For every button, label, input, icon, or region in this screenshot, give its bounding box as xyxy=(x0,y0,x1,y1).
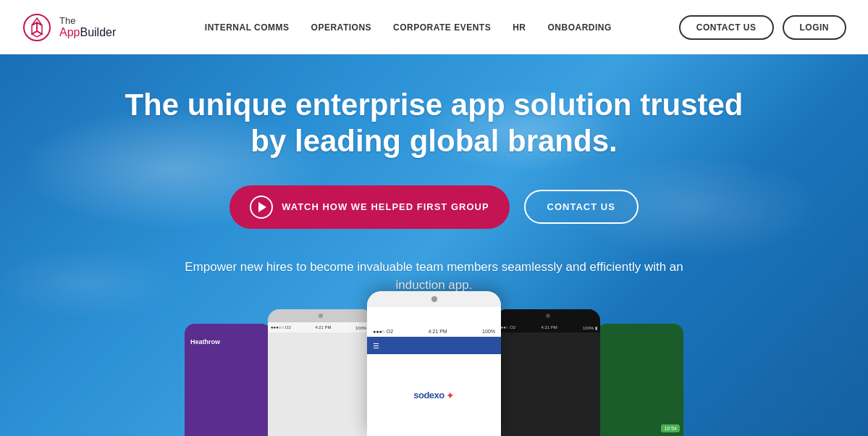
hero-subtitle: Empower new hires to become invaluable t… xyxy=(181,258,688,295)
time-text: 4:21 PM xyxy=(429,329,447,334)
hamburger-icon: ☰ xyxy=(367,342,379,350)
phone-right: ●●●○ O24:21 PM100% ▮ xyxy=(495,309,600,436)
phone-left-statusbar: ●●●○○ O24:21 PM100% ▮ xyxy=(268,322,373,332)
center-content: sodexo ✦ xyxy=(413,354,455,436)
hero-section: The unique enterprise app solution trust… xyxy=(0,54,868,436)
nav-operations[interactable]: OPERATIONS xyxy=(311,22,371,33)
logo-the: The xyxy=(59,16,116,26)
site-header: The AppBuilder INTERNAL COMMS OPERATIONS… xyxy=(0,0,868,54)
hero-title: The unique enterprise app solution trust… xyxy=(109,87,760,160)
phone-right-notch xyxy=(495,309,600,322)
camera-icon xyxy=(431,296,437,302)
phone-far-right-screen: 16:54 xyxy=(597,324,683,436)
phone-far-right: 16:54 xyxy=(597,324,683,436)
phone-center: ●●●○ O2 4:21 PM 100% ☰ sodexo ✦ xyxy=(367,291,501,436)
login-button[interactable]: LOGIN xyxy=(783,15,847,40)
sodexo-logo: sodexo xyxy=(413,390,444,401)
phone-left: ●●●○○ O24:21 PM100% ▮ xyxy=(268,309,373,436)
phone-center-notch xyxy=(367,291,501,307)
nav-corporate-events[interactable]: CORPORATE EVENTS xyxy=(393,22,491,33)
contact-nav-button[interactable]: CONTACT US xyxy=(679,15,774,40)
hero-buttons: WATCH HOW WE HELPED FIRST GROUP CONTACT … xyxy=(229,185,639,229)
phone-center-screen: ●●●○ O2 4:21 PM 100% ☰ sodexo ✦ xyxy=(367,307,501,436)
nav-onboarding[interactable]: ONBOARDING xyxy=(548,22,612,33)
play-triangle xyxy=(258,202,266,212)
phones-area: Heathrow ●●●○○ O24:21 PM100% ▮ xyxy=(109,291,760,436)
contact-hero-button[interactable]: CONTACT US xyxy=(524,190,639,224)
phone-right-screen: ●●●○ O24:21 PM100% ▮ xyxy=(495,309,600,436)
logo[interactable]: The AppBuilder xyxy=(22,12,138,43)
watch-button[interactable]: WATCH HOW WE HELPED FIRST GROUP xyxy=(229,185,509,229)
phone-left-screen: ●●●○○ O24:21 PM100% ▮ xyxy=(268,309,373,436)
center-app-bar: ☰ xyxy=(367,337,501,354)
nav-hr[interactable]: HR xyxy=(513,22,526,33)
camera-dot xyxy=(319,314,323,318)
phone-far-left: Heathrow xyxy=(185,324,271,436)
logo-appbuilder: AppBuilder xyxy=(59,26,116,39)
sodexo-star: ✦ xyxy=(446,390,455,401)
heathrow-label: Heathrow xyxy=(185,324,271,360)
nav-internal-comms[interactable]: INTERNAL COMMS xyxy=(205,22,290,33)
play-icon xyxy=(250,196,273,219)
phone-right-statusbar: ●●●○ O24:21 PM100% ▮ xyxy=(495,322,600,332)
time-badge: 16:54 xyxy=(661,424,680,432)
logo-text: The AppBuilder xyxy=(59,16,116,39)
logo-icon xyxy=(22,12,52,43)
watch-button-label: WATCH HOW WE HELPED FIRST GROUP xyxy=(282,201,489,212)
main-nav: INTERNAL COMMS OPERATIONS CORPORATE EVEN… xyxy=(138,22,679,33)
phone-left-notch xyxy=(268,309,373,322)
center-status-bar: ●●●○ O2 4:21 PM 100% xyxy=(367,325,501,337)
camera-dot-right xyxy=(546,314,550,318)
battery-text: 100% xyxy=(482,329,495,334)
header-actions: CONTACT US LOGIN xyxy=(679,15,846,40)
sodexo-brand: sodexo ✦ xyxy=(413,390,455,401)
carrier-text: ●●●○ O2 xyxy=(373,329,393,334)
phone-screen-far-left: Heathrow xyxy=(185,324,271,436)
